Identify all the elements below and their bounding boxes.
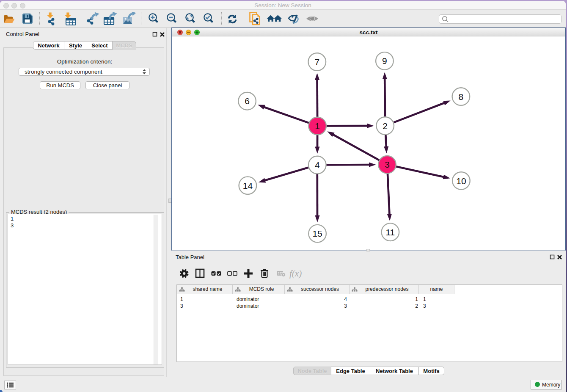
svg-text:6: 6 <box>245 96 250 106</box>
svg-text:8: 8 <box>459 92 464 102</box>
svg-text:1: 1 <box>315 121 320 131</box>
svg-text:10: 10 <box>456 176 466 186</box>
svg-text:2: 2 <box>383 121 388 131</box>
svg-text:11: 11 <box>385 227 395 237</box>
svg-text:14: 14 <box>243 181 253 190</box>
svg-text:7: 7 <box>314 57 319 67</box>
svg-text:9: 9 <box>382 56 387 66</box>
svg-text:4: 4 <box>315 160 320 170</box>
svg-text:3: 3 <box>385 160 390 169</box>
svg-text:15: 15 <box>312 229 322 238</box>
